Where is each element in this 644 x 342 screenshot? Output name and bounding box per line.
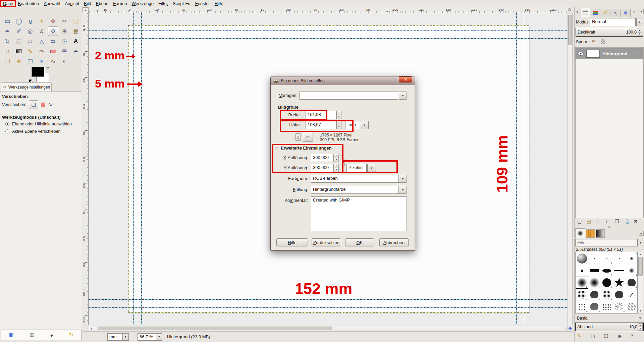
tool-align[interactable]: ⊞ [59, 26, 69, 36]
tool-crop[interactable]: ▦ [71, 26, 81, 36]
brush-item[interactable]: + [613, 301, 625, 313]
menu-auswahl[interactable]: Auswahl [41, 0, 62, 7]
yres-input[interactable]: 300,000 [311, 164, 334, 172]
horizontal-ruler[interactable]: -100102030405060708090100110120130140150… [89, 7, 568, 13]
brush-item[interactable]: + [588, 301, 600, 313]
brush-item[interactable] [613, 313, 625, 314]
brush-item[interactable]: + [601, 277, 613, 289]
guide-vertical-147mm[interactable] [516, 13, 517, 325]
dock-menu-icon[interactable]: ◂ [639, 9, 644, 14]
scroll-down-icon[interactable]: ▼ [639, 309, 642, 312]
height-input[interactable]: 108,97 [306, 121, 336, 129]
fill-value[interactable]: Hintergrundfarbe [311, 186, 399, 194]
guide-horizontal-2mm[interactable] [89, 31, 568, 31]
tool-ink[interactable]: ✒ [71, 47, 81, 56]
dock-menu-icon[interactable]: ◂ [639, 231, 644, 236]
brush-item[interactable]: + [588, 252, 600, 265]
brush-item[interactable]: + [576, 289, 588, 301]
lower-layer-button[interactable]: ↓ [605, 219, 608, 224]
tool-free-select[interactable]: ϱ [25, 16, 35, 26]
tool-bucket-fill[interactable]: ∪ [2, 47, 12, 56]
brush-item[interactable] [588, 313, 600, 314]
tab-undo-history[interactable]: ↶ [601, 9, 610, 17]
visibility-eye-icon[interactable] [578, 52, 584, 56]
vertical-scrollbar-thumb[interactable] [568, 15, 572, 45]
foreground-color-swatch[interactable] [32, 67, 44, 77]
edit-brush-button[interactable]: ✎ [577, 333, 581, 339]
reset[interactable]: ↻ [69, 332, 73, 338]
tool-paths[interactable]: ✒ [2, 26, 12, 36]
expander-triangle-icon[interactable]: ▽ [275, 146, 278, 150]
dialog-titlebar[interactable]: Ein neues Bild erstellen ✕ [271, 76, 415, 85]
brush-item[interactable]: + [601, 265, 613, 277]
brush-item[interactable]: + [626, 265, 638, 277]
brush-filter-input[interactable]: Filter [575, 239, 638, 246]
brush-item[interactable] [601, 313, 613, 314]
refresh-brushes-button[interactable]: ↻ [631, 333, 635, 339]
layer-mode-dropdown-button[interactable]: ▼ [636, 18, 642, 26]
unit-combobox-value[interactable]: mm [345, 121, 359, 129]
guide-vertical-150mm[interactable] [524, 13, 524, 325]
tool-fuzzy-select[interactable]: ✦ [37, 16, 47, 26]
chevron-down-icon[interactable]: ▼ [156, 333, 162, 341]
vertical-scrollbar[interactable] [568, 13, 573, 325]
horizontal-scrollbar[interactable]: ◂ ▸ [89, 326, 568, 331]
new-brush-button[interactable]: ▢ [591, 333, 595, 339]
filter-dropdown-icon[interactable]: ▼ [638, 239, 644, 246]
delete-layer-button[interactable]: ✖ [634, 219, 638, 224]
tab-brushes[interactable] [575, 228, 585, 238]
portrait-orientation-button[interactable]: ▯ [296, 133, 301, 141]
tool-scissors-select[interactable]: ✂ [59, 16, 69, 26]
tool-flip[interactable]: ⇆ [48, 37, 58, 46]
tool-heal[interactable]: ✚ [14, 57, 24, 66]
unit-combobox[interactable]: mm ▼ [107, 333, 129, 341]
resolution-unit-value[interactable]: Pixel/in [346, 164, 367, 172]
brush-item[interactable] [626, 313, 638, 314]
unit-dropdown-button[interactable]: ▼ [360, 121, 369, 129]
help-button[interactable]: Hilfe [276, 238, 308, 246]
menu-ebene[interactable]: Ebene [94, 0, 111, 7]
brush-item[interactable] [626, 301, 638, 313]
tool-airbrush[interactable]: ✇ [59, 47, 69, 56]
brush-scrollbar[interactable]: ▲ ▼ [638, 252, 643, 314]
lock-pixels-icon[interactable]: ✑ [592, 38, 596, 44]
menu-bearbeiten[interactable]: Bearbeiten [15, 0, 41, 7]
brush-item[interactable]: + [601, 289, 613, 301]
close-icon[interactable]: ✕ [399, 76, 412, 82]
brush-item[interactable]: + [576, 301, 588, 313]
tool-options-tab[interactable]: ⚙ Werkzeugeinstellungen [1, 82, 52, 92]
panel-splitter-handle[interactable] [608, 226, 610, 228]
tool-perspective-clone[interactable]: ❒ [25, 57, 35, 66]
menu-hilfe[interactable]: Hilfe [212, 0, 226, 7]
menu-datei[interactable]: Datei [1, 0, 15, 7]
chevron-down-icon[interactable]: ▼ [123, 333, 129, 341]
brush-preset-row[interactable]: Basic, ▼ [575, 315, 644, 322]
brush-scrollbar-thumb[interactable] [638, 257, 643, 276]
brush-item[interactable]: + [588, 289, 600, 301]
tab-layers[interactable] [581, 8, 590, 17]
tool-paintbrush[interactable]: ✑ [37, 47, 47, 56]
menu-bild[interactable]: Bild [82, 0, 94, 7]
radio-icon[interactable] [5, 122, 9, 126]
duplicate-layer-button[interactable]: ❐ [615, 219, 619, 224]
brush-item[interactable]: + [613, 265, 625, 277]
brush-item[interactable] [576, 265, 588, 277]
guide-horizontal-107mm[interactable] [89, 307, 568, 308]
height-spinner[interactable]: ▲▼ [336, 121, 341, 129]
menu-scriptfu[interactable]: Script-Fu [170, 0, 193, 7]
scroll-left-icon[interactable]: ◂ [90, 327, 92, 330]
landscape-orientation-button[interactable]: ▭ [303, 133, 313, 141]
swap-colors-icon[interactable]: ⇄ [46, 66, 49, 70]
layer-mode-value[interactable]: Normal [590, 18, 636, 26]
width-input-text[interactable]: 151,98 [306, 111, 336, 119]
guide-horizontal-104mm[interactable] [89, 299, 568, 300]
layer-thumbnail[interactable] [586, 50, 600, 58]
move-layer-button[interactable]: ❏ [29, 100, 38, 109]
raise-layer-button[interactable]: ↑ [596, 219, 598, 224]
brush-item[interactable] [576, 313, 588, 314]
brush-item-selected[interactable]: + [576, 277, 588, 289]
horizontal-scrollbar-thumb[interactable] [98, 327, 332, 330]
tool-ellipse-select[interactable]: ◯ [14, 16, 24, 26]
tab-patterns[interactable] [586, 229, 595, 238]
tool-perspective[interactable]: △ [37, 37, 47, 46]
